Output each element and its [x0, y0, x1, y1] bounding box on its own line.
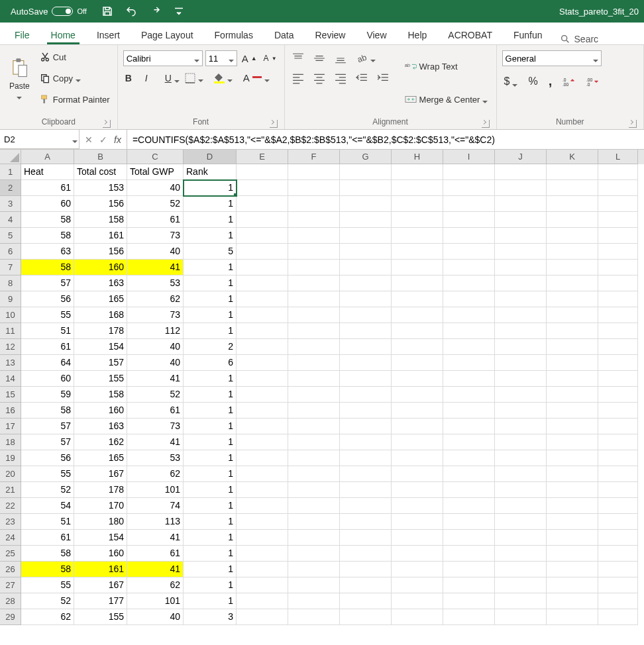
cell[interactable] — [547, 164, 598, 180]
cut-button[interactable]: Cut — [38, 51, 112, 63]
cell[interactable]: 1 — [184, 371, 237, 387]
cell[interactable]: 156 — [74, 244, 127, 260]
cell[interactable] — [443, 419, 495, 434]
cell[interactable] — [237, 387, 288, 403]
cell[interactable] — [495, 260, 547, 275]
cell[interactable] — [598, 546, 638, 562]
cell[interactable]: 1 — [184, 307, 237, 323]
cell[interactable] — [495, 546, 547, 562]
column-header-I[interactable]: I — [443, 150, 495, 164]
row-header[interactable]: 29 — [0, 609, 21, 625]
cell[interactable] — [392, 196, 443, 212]
cell[interactable] — [237, 355, 288, 371]
cell[interactable] — [237, 419, 288, 434]
cell[interactable] — [443, 323, 495, 339]
cell[interactable] — [340, 498, 392, 514]
cell[interactable] — [340, 228, 392, 244]
cell[interactable]: 1 — [184, 562, 237, 577]
cell[interactable] — [340, 577, 392, 593]
cell[interactable] — [598, 307, 638, 323]
cell[interactable]: 40 — [127, 244, 184, 260]
cell[interactable]: 5 — [184, 244, 237, 260]
column-header-G[interactable]: G — [340, 150, 392, 164]
cell[interactable]: 61 — [127, 546, 184, 562]
cell[interactable] — [495, 275, 547, 291]
cell[interactable] — [340, 275, 392, 291]
decrease-decimal-button[interactable]: .00.0 — [584, 75, 602, 87]
cell[interactable]: 61 — [21, 180, 74, 196]
cell[interactable] — [340, 466, 392, 482]
cell[interactable]: 1 — [184, 577, 237, 593]
cell[interactable] — [443, 275, 495, 291]
column-header-B[interactable]: B — [74, 150, 127, 164]
orientation-button[interactable]: ab — [354, 52, 378, 65]
cell[interactable] — [443, 355, 495, 371]
column-header-D[interactable]: D — [184, 150, 237, 164]
cell[interactable]: 61 — [127, 212, 184, 228]
cell[interactable]: 62 — [127, 466, 184, 482]
tab-view[interactable]: View — [356, 25, 397, 44]
cell[interactable] — [598, 323, 638, 339]
cell[interactable]: 1 — [184, 482, 237, 498]
cell[interactable] — [495, 228, 547, 244]
cell[interactable] — [288, 546, 340, 562]
cell[interactable]: 61 — [127, 403, 184, 419]
cell[interactable] — [598, 403, 638, 419]
cell[interactable]: 56 — [21, 450, 74, 466]
cell[interactable] — [598, 212, 638, 228]
cell[interactable]: 52 — [21, 593, 74, 609]
percent-format-button[interactable]: % — [526, 75, 539, 88]
cell[interactable] — [547, 593, 598, 609]
cell[interactable]: Total GWP — [127, 164, 184, 180]
row-header[interactable]: 7 — [0, 260, 21, 275]
cell[interactable] — [237, 307, 288, 323]
cell[interactable]: 53 — [127, 275, 184, 291]
cell[interactable] — [288, 577, 340, 593]
cell[interactable] — [340, 546, 392, 562]
row-header[interactable]: 19 — [0, 450, 21, 466]
formula-input[interactable]: =COUNTIFS($A$2:$A$513,"<="&$A2,$B$2:$B$5… — [127, 130, 644, 149]
cell[interactable] — [288, 466, 340, 482]
cell[interactable] — [340, 593, 392, 609]
cell[interactable] — [495, 196, 547, 212]
cell[interactable] — [288, 498, 340, 514]
cell[interactable] — [443, 180, 495, 196]
cell[interactable]: 40 — [127, 180, 184, 196]
cell[interactable] — [340, 307, 392, 323]
cell[interactable]: 53 — [127, 450, 184, 466]
cell[interactable] — [547, 307, 598, 323]
cell[interactable]: 3 — [184, 609, 237, 625]
align-left-button[interactable] — [290, 72, 306, 85]
cell[interactable] — [598, 577, 638, 593]
cell[interactable] — [598, 339, 638, 355]
row-header[interactable]: 8 — [0, 275, 21, 291]
cell[interactable] — [598, 562, 638, 577]
cell[interactable] — [237, 466, 288, 482]
cell[interactable] — [547, 482, 598, 498]
cell[interactable] — [340, 609, 392, 625]
tab-file[interactable]: File — [4, 25, 40, 44]
cell[interactable]: 162 — [74, 434, 127, 450]
cell[interactable] — [340, 339, 392, 355]
cell[interactable] — [288, 419, 340, 434]
cell[interactable] — [547, 275, 598, 291]
cell[interactable] — [340, 419, 392, 434]
paste-button[interactable]: Paste — [5, 48, 34, 109]
cell[interactable]: 178 — [74, 323, 127, 339]
cell[interactable]: Rank — [184, 164, 237, 180]
cell[interactable] — [598, 609, 638, 625]
italic-button[interactable]: I — [143, 72, 156, 84]
cell[interactable] — [495, 387, 547, 403]
cell[interactable] — [237, 371, 288, 387]
cell[interactable] — [340, 514, 392, 530]
cell[interactable] — [237, 196, 288, 212]
cell[interactable] — [340, 260, 392, 275]
cell[interactable] — [340, 164, 392, 180]
cell[interactable] — [288, 275, 340, 291]
row-header[interactable]: 15 — [0, 387, 21, 403]
cell[interactable]: 1 — [184, 291, 237, 307]
enter-formula-icon[interactable]: ✓ — [99, 134, 107, 145]
cell[interactable] — [495, 180, 547, 196]
cell[interactable] — [443, 371, 495, 387]
cell[interactable] — [495, 323, 547, 339]
